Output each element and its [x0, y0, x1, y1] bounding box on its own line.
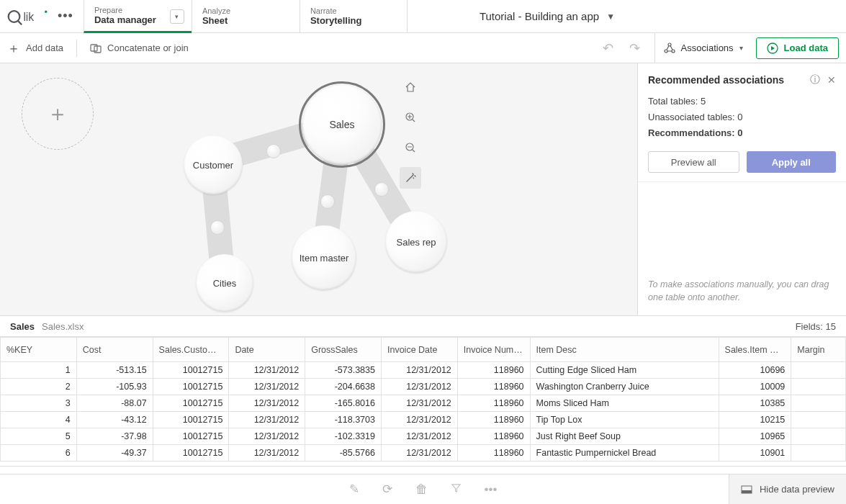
chevron-down-icon: ▾ [739, 44, 743, 52]
column-header[interactable]: Margin [791, 338, 846, 362]
table-row[interactable]: 2-105.931001271512/31/2012-204.663812/31… [1, 379, 846, 395]
nav-prepare-sup: Prepare [94, 6, 181, 14]
column-header[interactable]: Invoice Num… [457, 338, 530, 362]
refresh-icon[interactable]: ⟳ [382, 482, 392, 497]
home-icon[interactable] [400, 76, 421, 98]
svg-line-1 [18, 20, 22, 24]
qlik-logo[interactable]: lik [0, 0, 58, 32]
column-header[interactable]: Item Desc [530, 338, 719, 362]
associations-canvas[interactable]: ＋ Sales Customer Cities Item master Sale… [0, 63, 637, 315]
nav-analyze-sup: Analyze [202, 6, 289, 15]
table-row[interactable]: 5-37.981001271512/31/2012-102.331912/31/… [1, 428, 846, 445]
nav-narrate[interactable]: Narrate Storytelling [300, 0, 408, 32]
more-icon[interactable]: ••• [485, 482, 498, 497]
preview-file-name: Sales.xlsx [42, 321, 84, 332]
app-menu-icon[interactable]: ••• [58, 0, 84, 32]
zoom-in-icon[interactable] [400, 107, 421, 128]
hide-preview-button[interactable]: Hide data preview [729, 474, 846, 504]
bubble-cities[interactable]: Cities [196, 254, 253, 312]
data-preview-table: %KEYCostSales.Custo…DateGrossSalesInvoic… [0, 337, 846, 462]
preview-all-button[interactable]: Preview all [648, 151, 739, 173]
add-data-button[interactable]: ＋ Add data [7, 40, 63, 57]
zoom-out-icon[interactable] [400, 137, 421, 158]
delete-icon[interactable]: 🗑 [415, 482, 428, 497]
column-header[interactable]: Cost [76, 338, 153, 362]
table-row[interactable]: 1-513.151001271512/31/2012-573.383512/31… [1, 362, 846, 379]
column-header[interactable]: Sales.Custo… [153, 338, 229, 362]
association-joint[interactable] [374, 182, 389, 197]
edit-icon[interactable]: ✎ [349, 482, 359, 497]
add-table-circle[interactable]: ＋ [22, 78, 94, 150]
panel-icon [741, 485, 752, 494]
nav-prepare[interactable]: Prepare Data manager ▾ [84, 0, 192, 33]
column-header[interactable]: Date [229, 338, 305, 362]
svg-point-7 [665, 50, 667, 53]
preview-table-name: Sales [10, 321, 35, 332]
association-joint[interactable] [210, 220, 225, 235]
column-header[interactable]: Sales.Item N… [719, 338, 791, 362]
nav-narrate-lab: Storytelling [310, 15, 397, 26]
svg-point-8 [672, 50, 675, 53]
close-icon[interactable]: ✕ [827, 74, 836, 86]
association-joint[interactable] [266, 144, 281, 158]
association-joint[interactable] [320, 194, 335, 209]
redo-icon[interactable]: ↷ [628, 40, 642, 56]
apply-all-button[interactable]: Apply all [747, 151, 837, 173]
svg-rect-17 [742, 490, 752, 493]
footer-bar: ✎ ⟳ 🗑 ••• Hide data preview [0, 474, 846, 504]
filter-icon[interactable] [451, 482, 462, 497]
column-header[interactable]: Invoice Date [381, 338, 457, 362]
help-icon[interactable]: ⓘ [810, 73, 820, 86]
app-title[interactable]: Tutorial - Building an app ▼ [408, 0, 615, 32]
bubble-sales-rep[interactable]: Sales rep [385, 211, 447, 273]
concatenate-button[interactable]: Concatenate or join [90, 42, 189, 54]
column-header[interactable]: GrossSales [305, 338, 382, 362]
table-row[interactable]: 6-49.371001271512/31/2012-85.576612/31/2… [1, 445, 846, 462]
play-icon [767, 42, 778, 54]
nav-prepare-lab: Data manager [94, 14, 181, 25]
table-row[interactable]: 3-88.071001271512/31/2012-165.801612/31/… [1, 395, 846, 412]
column-header[interactable]: %KEY [1, 338, 77, 362]
plus-icon: ＋ [7, 40, 20, 57]
undo-icon[interactable]: ↶ [601, 40, 615, 56]
chevron-down-icon: ▼ [606, 12, 615, 22]
nav-analyze[interactable]: Analyze Sheet [192, 0, 300, 32]
magic-wand-icon[interactable] [400, 167, 421, 189]
bubble-item-master[interactable]: Item master [292, 225, 356, 290]
table-row[interactable]: 4-43.121001271512/31/2012-118.370312/31/… [1, 412, 846, 428]
nav-narrate-sup: Narrate [310, 6, 397, 15]
load-data-button[interactable]: Load data [756, 37, 839, 59]
associations-panel: Recommended associations ⓘ ✕ Total table… [637, 63, 846, 315]
associations-icon [664, 42, 675, 54]
bubble-sales[interactable]: Sales [302, 85, 382, 164]
associations-hint: To make associations manually, you can d… [638, 266, 846, 315]
chevron-down-icon[interactable]: ▾ [170, 9, 184, 24]
nav-analyze-lab: Sheet [202, 15, 289, 26]
svg-text:lik: lik [23, 10, 34, 22]
associations-dropdown[interactable]: Associations ▾ [654, 33, 743, 63]
svg-point-3 [45, 10, 47, 12]
bubble-customer[interactable]: Customer [184, 135, 243, 194]
associations-title: Recommended associations [648, 74, 803, 86]
concatenate-icon [90, 42, 102, 54]
